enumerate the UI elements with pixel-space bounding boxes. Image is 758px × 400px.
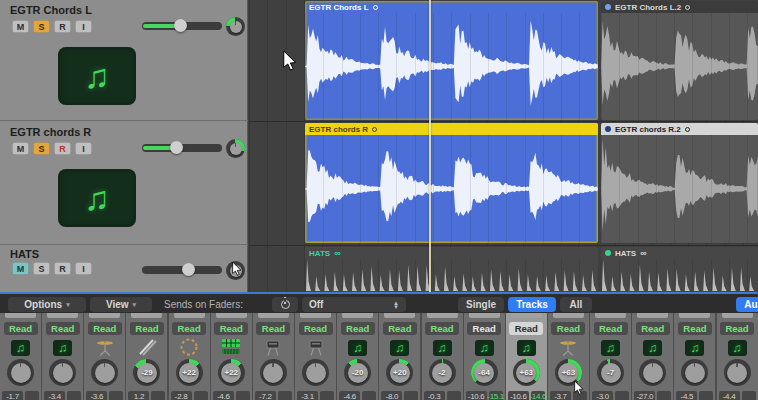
volume-value[interactable]: -4.6 bbox=[339, 391, 360, 400]
pan-knob[interactable]: -20 bbox=[344, 359, 371, 386]
automation-read-button[interactable]: Read bbox=[4, 322, 38, 335]
audio-filter-button[interactable]: Au bbox=[736, 297, 758, 312]
volume-value[interactable]: 1.2 bbox=[128, 391, 149, 400]
pan-knob[interactable] bbox=[302, 359, 329, 386]
pan-knob[interactable]: -64 bbox=[471, 359, 498, 386]
pan-knob[interactable]: +63 bbox=[555, 359, 582, 386]
pan-knob[interactable] bbox=[226, 139, 245, 158]
record-button[interactable]: R bbox=[54, 262, 71, 275]
automation-read-button[interactable]: Read bbox=[172, 322, 206, 335]
automation-read-button[interactable]: Read bbox=[467, 322, 501, 335]
input-monitor-button[interactable]: I bbox=[75, 142, 92, 155]
pan-knob[interactable]: -29 bbox=[133, 359, 160, 386]
pan-knob[interactable] bbox=[226, 17, 245, 36]
volume-slider[interactable] bbox=[142, 266, 222, 274]
record-button[interactable]: R bbox=[54, 20, 71, 33]
channel-strip[interactable]: Read♫+20-8.0 bbox=[379, 313, 420, 400]
volume-value[interactable]: -10.6 bbox=[466, 391, 487, 400]
automation-read-button[interactable]: Read bbox=[594, 322, 628, 335]
filter-all-button[interactable]: All bbox=[560, 297, 592, 312]
volume-value[interactable]: -3.7 bbox=[550, 391, 571, 400]
pan-knob[interactable] bbox=[7, 359, 34, 386]
region-egtr-chords-l-2[interactable]: EGTR Chords L.2 bbox=[601, 1, 758, 120]
region-title-bar[interactable]: HATS∞ bbox=[305, 247, 598, 259]
volume-value[interactable]: -4.6 bbox=[213, 391, 234, 400]
track-header-egtr-chords-l[interactable]: EGTR Chords L M S R I ♫ bbox=[0, 0, 248, 121]
track-header-egtr-chords-r[interactable]: EGTR chords R M S R I ♫ bbox=[0, 122, 248, 245]
pan-knob[interactable]: +22 bbox=[218, 359, 245, 386]
volume-value[interactable]: -4.5 bbox=[676, 391, 697, 400]
automation-read-button[interactable]: Read bbox=[636, 322, 670, 335]
arrange-timeline[interactable]: EGTR Chords LEGTR Chords L.2EGTR chords … bbox=[249, 0, 758, 292]
channel-strip[interactable]: Read♫-7-3.0 bbox=[590, 313, 631, 400]
sends-power-button[interactable] bbox=[272, 297, 298, 312]
channel-strip[interactable]: Read-7.2 bbox=[253, 313, 294, 400]
input-monitor-button[interactable]: I bbox=[75, 20, 92, 33]
pan-knob[interactable]: +63 bbox=[513, 359, 540, 386]
filter-tracks-button[interactable]: Tracks bbox=[508, 297, 556, 312]
solo-button[interactable]: S bbox=[33, 262, 50, 275]
channel-strip[interactable]: Read♫-2-0.3 bbox=[422, 313, 463, 400]
automation-read-button[interactable]: Read bbox=[256, 322, 290, 335]
region-egtr-chords-l[interactable]: EGTR Chords L bbox=[305, 1, 598, 120]
region-title-bar[interactable]: EGTR Chords L.2 bbox=[601, 1, 758, 13]
region-hats[interactable]: HATS∞ bbox=[601, 247, 758, 292]
channel-strip[interactable]: Read+63-3.7 bbox=[548, 313, 589, 400]
playhead[interactable] bbox=[429, 0, 431, 292]
automation-read-button[interactable]: Read bbox=[425, 322, 459, 335]
channel-strip[interactable]: Read-291.2 bbox=[126, 313, 167, 400]
region-egtr-chords-r[interactable]: EGTR chords R bbox=[305, 123, 598, 243]
pan-knob[interactable] bbox=[639, 359, 666, 386]
options-menu-button[interactable]: Options ▾ bbox=[8, 297, 86, 312]
view-menu-button[interactable]: View ▾ bbox=[90, 297, 152, 312]
sends-mode-dropdown[interactable]: Off ▲▼ bbox=[302, 297, 406, 312]
channel-strip[interactable]: Read-3.1 bbox=[295, 313, 336, 400]
channel-strip[interactable]: Read♫-1.7 bbox=[0, 313, 41, 400]
volume-value[interactable]: -8.0 bbox=[381, 391, 402, 400]
pan-knob[interactable]: -2 bbox=[429, 359, 456, 386]
pan-knob[interactable]: -7 bbox=[597, 359, 624, 386]
volume-value[interactable]: -2.8 bbox=[171, 391, 192, 400]
volume-value[interactable]: -4.4 bbox=[719, 391, 740, 400]
record-button[interactable]: R bbox=[54, 142, 71, 155]
channel-strip[interactable]: Read+22-2.8 bbox=[169, 313, 210, 400]
solo-button[interactable]: S bbox=[33, 20, 50, 33]
volume-value[interactable]: -7.2 bbox=[255, 391, 276, 400]
pan-knob[interactable] bbox=[260, 359, 287, 386]
region-egtr-chords-r-2[interactable]: EGTR chords R.2 bbox=[601, 123, 758, 243]
mute-button[interactable]: M bbox=[12, 262, 29, 275]
pan-knob[interactable]: +20 bbox=[386, 359, 413, 386]
volume-value[interactable]: -3.0 bbox=[592, 391, 613, 400]
channel-strip[interactable]: Read♫+63-10.6-14.6 bbox=[506, 313, 547, 400]
input-monitor-button[interactable]: I bbox=[75, 262, 92, 275]
region-title-bar[interactable]: HATS∞ bbox=[601, 247, 758, 259]
region-hats[interactable]: HATS∞ bbox=[305, 247, 598, 292]
volume-value[interactable]: -3.4 bbox=[44, 391, 65, 400]
volume-slider[interactable] bbox=[142, 144, 222, 152]
region-title-bar[interactable]: EGTR chords R.2 bbox=[601, 123, 758, 135]
channel-strip[interactable]: Read♫-4.4 bbox=[717, 313, 758, 400]
channel-strip[interactable]: Read♫-4.5 bbox=[674, 313, 715, 400]
channel-strip[interactable]: Read♫-20-4.6 bbox=[337, 313, 378, 400]
channel-strip[interactable]: Read♫-3.4 bbox=[42, 313, 83, 400]
volume-value[interactable]: -3.1 bbox=[297, 391, 318, 400]
automation-read-button[interactable]: Read bbox=[46, 322, 80, 335]
channel-strip[interactable]: Read+22-4.6 bbox=[211, 313, 252, 400]
pan-knob[interactable] bbox=[91, 359, 118, 386]
volume-slider[interactable] bbox=[142, 22, 222, 30]
volume-value[interactable]: -10.6 bbox=[508, 391, 529, 400]
automation-read-button[interactable]: Read bbox=[299, 322, 333, 335]
pan-knob[interactable] bbox=[49, 359, 76, 386]
automation-read-button[interactable]: Read bbox=[678, 322, 712, 335]
region-title-bar[interactable]: EGTR Chords L bbox=[305, 1, 598, 13]
track-header-hats[interactable]: HATS M S R I bbox=[0, 246, 248, 292]
volume-value[interactable]: -27.0 bbox=[634, 391, 655, 400]
pan-knob[interactable]: +22 bbox=[176, 359, 203, 386]
automation-read-button[interactable]: Read bbox=[720, 322, 754, 335]
automation-read-button[interactable]: Read bbox=[341, 322, 375, 335]
pan-knob[interactable] bbox=[226, 261, 245, 280]
mute-button[interactable]: M bbox=[12, 20, 29, 33]
volume-value[interactable]: -3.6 bbox=[86, 391, 107, 400]
automation-read-button[interactable]: Read bbox=[130, 322, 164, 335]
automation-read-button[interactable]: Read bbox=[383, 322, 417, 335]
